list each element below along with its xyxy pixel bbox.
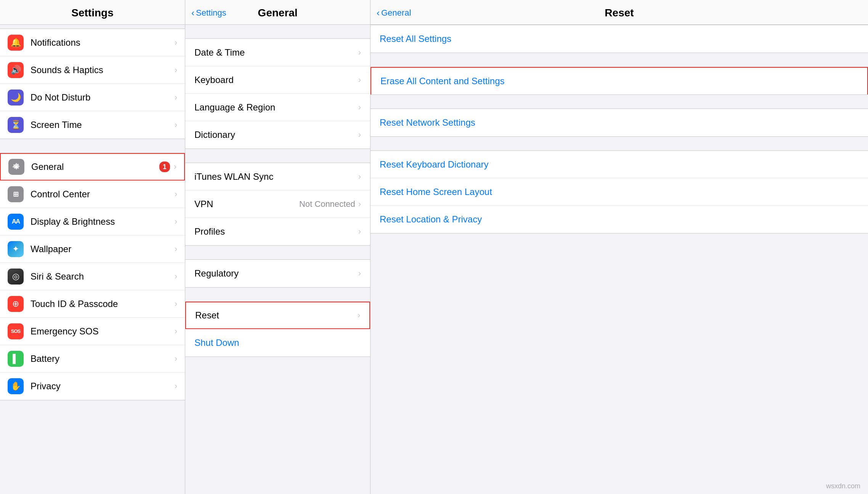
reset-group-3: Reset Keyboard Dictionary Reset Home Scr… (371, 150, 868, 233)
emergencysos-label: Emergency SOS (30, 326, 175, 337)
settings-item-wallpaper[interactable]: ✦ Wallpaper › (0, 235, 185, 263)
general-item-dictionary[interactable]: Dictionary › (185, 121, 370, 149)
reset-item-reset-keyboard[interactable]: Reset Keyboard Dictionary (371, 151, 868, 178)
displaybrightness-label: Display & Brightness (30, 216, 175, 227)
general-header: ‹ Settings General (185, 0, 370, 25)
settings-item-touchid[interactable]: ⊕ Touch ID & Passcode › (0, 290, 185, 318)
keyboard-label: Keyboard (194, 75, 358, 85)
settings-group-1: 🔔 Notifications › 🔊 Sounds & Haptics › 🌙… (0, 29, 185, 139)
shutdown-label: Shut Down (194, 337, 361, 348)
emergencysos-chevron-icon: › (175, 326, 177, 336)
datetime-label: Date & Time (194, 47, 358, 58)
controlcenter-icon: ⊞ (8, 186, 24, 202)
controlcenter-label: Control Center (30, 189, 175, 200)
settings-item-sounds[interactable]: 🔊 Sounds & Haptics › (0, 56, 185, 84)
datetime-chevron-icon: › (358, 48, 361, 58)
general-item-shutdown[interactable]: Shut Down › (185, 329, 370, 357)
profiles-chevron-icon: › (358, 227, 361, 237)
settings-item-sirisearch[interactable]: ◎ Siri & Search › (0, 263, 185, 290)
regulatory-label: Regulatory (194, 268, 358, 279)
vpn-chevron-icon: › (358, 199, 361, 209)
general-item-vpn[interactable]: VPN Not Connected › (185, 190, 370, 218)
battery-label: Battery (30, 353, 175, 364)
wallpaper-icon: ✦ (8, 241, 24, 257)
privacy-icon: ✋ (8, 378, 24, 394)
displaybrightness-chevron-icon: › (175, 217, 177, 227)
touchid-label: Touch ID & Passcode (30, 299, 175, 309)
reset-title: Reset (605, 7, 634, 19)
emergencysos-icon: SOS (8, 323, 24, 339)
reset-column: ‹ General Reset Reset All Settings Erase… (371, 0, 868, 494)
settings-item-privacy[interactable]: ✋ Privacy › (0, 372, 185, 400)
settings-group-2: General 1 › ⊞ Control Center › AA Displa… (0, 153, 185, 400)
screentime-chevron-icon: › (175, 120, 177, 130)
settings-item-controlcenter[interactable]: ⊞ Control Center › (0, 181, 185, 208)
reset-item-reset-all-settings[interactable]: Reset All Settings (371, 25, 868, 53)
vpn-label: VPN (194, 199, 299, 209)
touchid-chevron-icon: › (175, 299, 177, 309)
sounds-chevron-icon: › (175, 65, 177, 75)
back-general-chevron-icon: ‹ (377, 8, 380, 18)
back-chevron-icon: ‹ (191, 8, 194, 18)
privacy-chevron-icon: › (175, 381, 177, 391)
sirisearch-icon: ◎ (8, 269, 24, 285)
settings-item-notifications[interactable]: 🔔 Notifications › (0, 29, 185, 56)
general-item-datetime[interactable]: Date & Time › (185, 39, 370, 66)
reset-group-1: Erase All Content and Settings (371, 67, 868, 95)
reset-label: Reset (195, 310, 358, 321)
settings-item-emergencysos[interactable]: SOS Emergency SOS › (0, 318, 185, 345)
erase-all-label: Erase All Content and Settings (380, 76, 505, 86)
reset-list: Reset All Settings Erase All Content and… (371, 25, 868, 494)
back-to-general[interactable]: ‹ General (377, 8, 411, 18)
general-item-profiles[interactable]: Profiles › (185, 218, 370, 245)
regulatory-chevron-icon: › (358, 269, 361, 278)
general-icon (8, 159, 24, 175)
general-item-regulatory[interactable]: Regulatory › (185, 260, 370, 287)
settings-item-battery[interactable]: ▌ Battery › (0, 345, 185, 372)
general-group-4: Reset › Shut Down › (185, 301, 370, 357)
profiles-label: Profiles (194, 226, 358, 237)
general-item-reset[interactable]: Reset › (185, 302, 370, 329)
reset-item-reset-network[interactable]: Reset Network Settings (371, 109, 868, 136)
screentime-icon: ⏳ (8, 117, 24, 133)
reset-network-label: Reset Network Settings (380, 117, 475, 128)
settings-item-general[interactable]: General 1 › (0, 153, 185, 181)
dictionary-chevron-icon: › (358, 130, 361, 140)
reset-group-2: Reset Network Settings (371, 109, 868, 137)
dictionary-label: Dictionary (194, 129, 358, 140)
reset-item-erase-all[interactable]: Erase All Content and Settings (371, 67, 868, 94)
donotdisturb-icon: 🌙 (8, 90, 24, 106)
reset-all-settings-label: Reset All Settings (380, 34, 451, 44)
reset-home-label: Reset Home Screen Layout (380, 187, 492, 197)
reset-item-reset-location[interactable]: Reset Location & Privacy (371, 206, 868, 233)
settings-item-donotdisturb[interactable]: 🌙 Do Not Disturb › (0, 84, 185, 111)
general-list: Date & Time › Keyboard › Language & Regi… (185, 25, 370, 494)
settings-list: 🔔 Notifications › 🔊 Sounds & Haptics › 🌙… (0, 25, 185, 494)
reset-group-0: Reset All Settings (371, 25, 868, 53)
back-to-settings[interactable]: ‹ Settings (191, 8, 226, 18)
displaybrightness-icon: AA (8, 214, 24, 230)
general-item-keyboard[interactable]: Keyboard › (185, 66, 370, 94)
general-item-language[interactable]: Language & Region › (185, 94, 370, 121)
general-title: General (258, 7, 297, 19)
settings-item-displaybrightness[interactable]: AA Display & Brightness › (0, 208, 185, 235)
sounds-label: Sounds & Haptics (30, 65, 175, 75)
reset-chevron-icon: › (358, 310, 360, 320)
itunes-label: iTunes WLAN Sync (194, 171, 358, 182)
general-group-2: iTunes WLAN Sync › VPN Not Connected › P… (185, 163, 370, 246)
screentime-label: Screen Time (30, 120, 175, 130)
wallpaper-label: Wallpaper (30, 244, 175, 254)
back-settings-label: Settings (196, 8, 226, 18)
privacy-label: Privacy (30, 381, 175, 392)
settings-item-screentime[interactable]: ⏳ Screen Time › (0, 111, 185, 139)
general-item-itunes[interactable]: iTunes WLAN Sync › (185, 163, 370, 190)
reset-item-reset-home[interactable]: Reset Home Screen Layout (371, 178, 868, 206)
reset-header: ‹ General Reset (371, 0, 868, 25)
reset-location-label: Reset Location & Privacy (380, 214, 482, 225)
battery-icon: ▌ (8, 351, 24, 367)
donotdisturb-label: Do Not Disturb (30, 92, 175, 103)
general-chevron-icon: › (174, 162, 176, 172)
vpn-value: Not Connected (299, 199, 355, 209)
donotdisturb-chevron-icon: › (175, 93, 177, 102)
language-label: Language & Region (194, 102, 358, 113)
